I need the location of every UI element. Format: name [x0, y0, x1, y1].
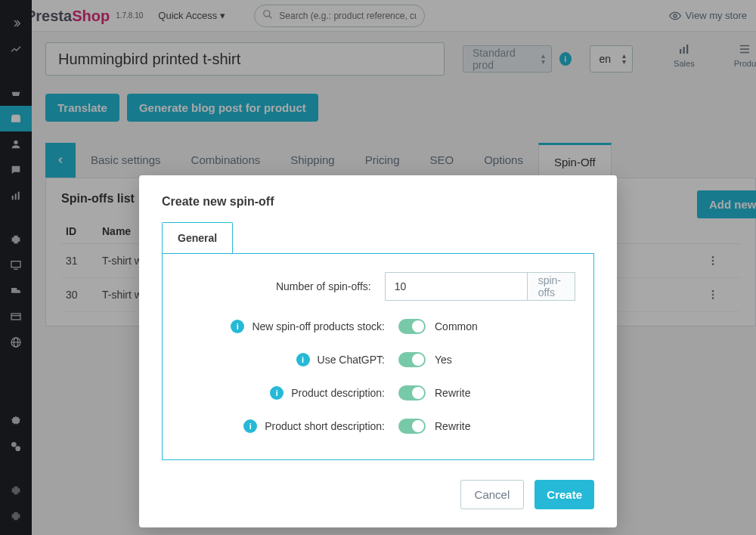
desc-toggle[interactable] — [398, 385, 426, 400]
info-icon[interactable]: i — [296, 353, 310, 366]
desc-value: Rewrite — [435, 387, 470, 399]
chatgpt-value: Yes — [435, 354, 452, 366]
count-label: Number of spin-offs: — [276, 280, 371, 292]
modal-body: Number of spin-offs: spin-offs iNew spin… — [162, 253, 594, 460]
short-desc-label: Product short description: — [265, 420, 385, 432]
modal-overlay[interactable]: Create new spin-off General Number of sp… — [0, 0, 756, 535]
count-input[interactable] — [385, 272, 527, 301]
modal-title: Create new spin-off — [162, 195, 594, 209]
info-icon[interactable]: i — [231, 320, 244, 333]
modal-tab-general[interactable]: General — [162, 222, 233, 253]
desc-label: Product description: — [291, 387, 385, 399]
short-desc-toggle[interactable] — [398, 419, 426, 434]
modal-tabs: General — [162, 222, 594, 253]
stock-label: New spin-off products stock: — [252, 320, 385, 332]
count-input-group: spin-offs — [385, 272, 575, 301]
cancel-button[interactable]: Cancel — [460, 480, 525, 509]
stock-value: Common — [435, 320, 478, 332]
create-spinoff-modal: Create new spin-off General Number of sp… — [139, 175, 617, 527]
info-icon[interactable]: i — [270, 386, 284, 400]
stock-toggle[interactable] — [398, 319, 426, 334]
modal-footer: Cancel Create — [162, 480, 594, 509]
chatgpt-label: Use ChatGPT: — [318, 354, 385, 366]
info-icon[interactable]: i — [243, 419, 257, 433]
short-desc-value: Rewrite — [435, 420, 470, 432]
chatgpt-toggle[interactable] — [398, 352, 426, 367]
count-suffix: spin-offs — [527, 272, 575, 301]
create-button[interactable]: Create — [534, 480, 594, 509]
